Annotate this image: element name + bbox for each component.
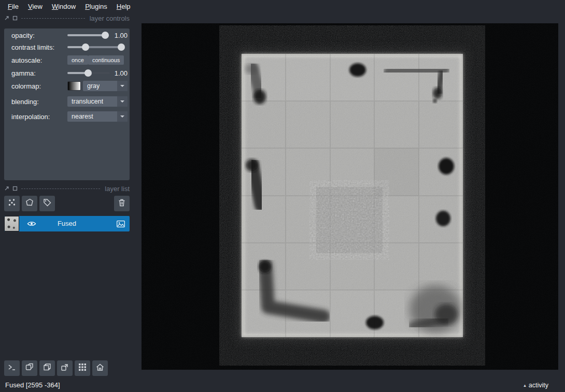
layer-list-dock-header: layer list <box>4 185 130 192</box>
opacity-row: opacity: 1.00 <box>11 30 128 40</box>
layer-controls-dock-header: layer controls <box>4 14 130 22</box>
gamma-value: 1.00 <box>115 69 128 77</box>
viewer-canvas[interactable] <box>142 23 558 370</box>
layer-controls-panel: opacity: 1.00 contrast limits: <box>4 28 130 180</box>
menu-view[interactable]: View <box>23 1 47 12</box>
dock-separator <box>21 18 85 19</box>
transpose-icon <box>60 362 69 374</box>
roll-dimensions-button[interactable] <box>39 360 55 376</box>
blending-dropdown-arrow-zone[interactable] <box>117 96 128 107</box>
blending-dropdown[interactable]: translucent <box>67 96 128 107</box>
autoscale-label: autoscale: <box>11 56 42 64</box>
cursor-status: Fused [2595 -364] <box>5 381 60 389</box>
ndisplay-toggle-button[interactable] <box>22 360 37 376</box>
opacity-value: 1.00 <box>115 32 128 39</box>
expand-dock-icon[interactable] <box>4 16 9 21</box>
menu-file[interactable]: File <box>3 1 23 12</box>
autoscale-once-button[interactable]: once <box>67 55 88 65</box>
menubar: File View Window Plugins Help <box>0 0 565 13</box>
delete-layer-button[interactable] <box>114 196 130 211</box>
opacity-slider-handle[interactable] <box>102 32 109 39</box>
new-points-layer-button[interactable] <box>4 196 20 211</box>
contrast-limits-label: contrast limits: <box>11 43 54 51</box>
dock-separator <box>21 188 100 189</box>
colormap-dropdown[interactable]: gray <box>83 81 128 91</box>
opacity-slider[interactable] <box>67 31 110 40</box>
home-icon <box>95 362 105 374</box>
float-dock-icon[interactable] <box>12 16 18 21</box>
new-shapes-layer-button[interactable] <box>22 196 37 211</box>
layer-name: Fused <box>4 220 130 227</box>
chevron-down-icon <box>120 85 124 89</box>
chevron-down-icon <box>120 115 124 120</box>
opacity-label: opacity: <box>11 32 35 39</box>
interpolation-label: interpolation: <box>11 113 50 121</box>
fused-image <box>142 23 558 370</box>
image-layer-icon <box>117 220 125 229</box>
layer-list-title: layer list <box>105 185 130 193</box>
gamma-slider[interactable] <box>67 68 110 78</box>
colormap-value: gray <box>87 82 100 90</box>
points-icon <box>7 198 17 209</box>
home-button[interactable] <box>92 360 108 376</box>
contrast-limits-slider[interactable] <box>67 42 125 52</box>
grid-view-button[interactable] <box>75 360 90 376</box>
interpolation-row: interpolation: nearest <box>11 111 128 122</box>
layer-controls-title: layer controls <box>90 14 130 22</box>
grid-icon <box>78 363 87 373</box>
blending-row: blending: translucent <box>11 96 128 107</box>
interpolation-dropdown-arrow-zone[interactable] <box>117 111 128 122</box>
new-labels-layer-button[interactable] <box>39 196 55 211</box>
console-button[interactable] <box>4 360 20 376</box>
autoscale-continuous-button[interactable]: continuous <box>88 55 124 65</box>
contrast-limits-row: contrast limits: <box>11 42 128 52</box>
transpose-dimensions-button[interactable] <box>57 360 73 376</box>
autoscale-row: autoscale: once continuous <box>11 55 128 65</box>
layer-row-fused[interactable]: Fused <box>4 216 130 231</box>
ndisplay-2d3d-icon <box>25 362 34 374</box>
contrast-limits-low-handle[interactable] <box>82 43 89 51</box>
blending-value: translucent <box>72 98 103 105</box>
cube-icon <box>43 362 52 374</box>
interpolation-value: nearest <box>72 113 93 120</box>
console-icon <box>7 362 17 374</box>
colormap-dropdown-arrow-zone[interactable] <box>117 81 128 91</box>
blending-label: blending: <box>11 98 39 106</box>
menu-plugins[interactable]: Plugins <box>80 1 112 12</box>
trash-icon <box>118 198 126 209</box>
interpolation-dropdown[interactable]: nearest <box>67 111 128 122</box>
gamma-label: gamma: <box>11 69 36 77</box>
gamma-slider-handle[interactable] <box>84 69 92 77</box>
contrast-limits-high-handle[interactable] <box>118 43 125 51</box>
activity-expand-icon: ▴ <box>524 383 526 388</box>
statusbar: Fused [2595 -364] ▴ activity <box>0 378 565 392</box>
float-dock-icon[interactable] <box>12 186 18 191</box>
colormap-label: colormap: <box>11 82 41 90</box>
activity-label: activity <box>529 382 548 389</box>
colormap-row: colormap: gray <box>11 81 128 91</box>
expand-dock-icon[interactable] <box>4 186 9 191</box>
gamma-row: gamma: 1.00 <box>11 68 128 78</box>
colormap-gradient-swatch <box>67 81 81 91</box>
activity-toggle[interactable]: ▴ activity <box>524 382 548 389</box>
labels-icon <box>43 198 52 209</box>
menu-help[interactable]: Help <box>112 1 135 12</box>
napari-window: File View Window Plugins Help layer cont… <box>0 0 565 392</box>
shapes-icon <box>25 198 34 209</box>
chevron-down-icon <box>120 100 124 105</box>
menu-window[interactable]: Window <box>47 1 80 12</box>
